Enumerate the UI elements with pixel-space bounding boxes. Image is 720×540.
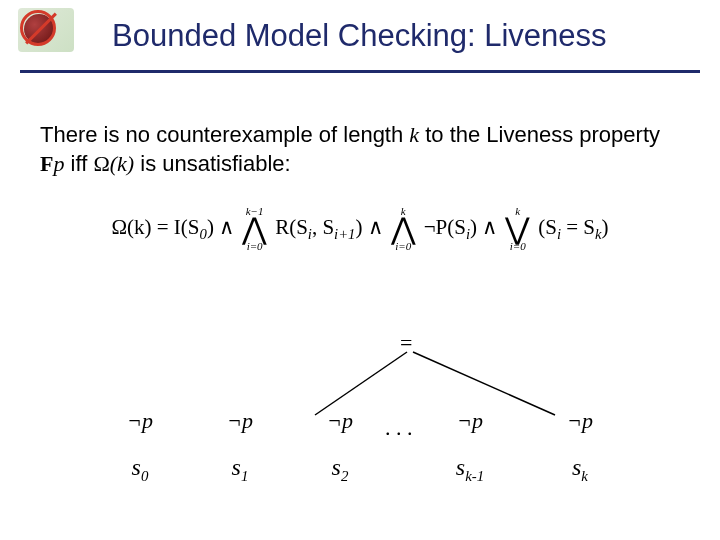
term-R: R(Si, Si+1) ∧	[275, 215, 383, 243]
label-notp-1: ¬p	[210, 408, 270, 434]
term-R-sub-b: i+1	[334, 226, 355, 242]
state-s1-name: s	[232, 454, 241, 480]
symbol-omega: Ω	[93, 151, 109, 176]
formula-lhs-close: ) ∧	[207, 215, 234, 239]
node-s0: ¬p s0	[110, 408, 170, 485]
formula: Ω(k) = I(S0) ∧ k−1 ⋀ i=0 R(Si, Si+1) ∧ k…	[40, 206, 680, 252]
label-notp-0: ¬p	[110, 408, 170, 434]
slide-body: There is no counterexample of length k t…	[0, 73, 720, 252]
term-loop-open: (S	[538, 215, 557, 239]
state-s1-sub: 1	[241, 468, 248, 484]
state-s2-sub: 2	[341, 468, 348, 484]
term-loop: (Si = Sk)	[538, 215, 608, 243]
term-loop-close: )	[602, 215, 609, 239]
state-sk-sub: k	[581, 468, 588, 484]
no-symbol-icon	[20, 10, 56, 46]
term-R-close: ) ∧	[355, 215, 382, 239]
term-notP-open: ¬P(S	[424, 215, 466, 239]
formula-lhs-text: Ω(k) = I(S	[111, 215, 199, 239]
state-skm1-name: s	[456, 454, 465, 480]
ellipsis: . . .	[385, 415, 413, 441]
term-R-mid: , S	[312, 215, 334, 239]
node-sk: ¬p sk	[550, 408, 610, 485]
state-skm1-sub: k-1	[465, 468, 484, 484]
bigand-1: k−1 ⋀ i=0	[242, 206, 267, 252]
omega-arg: (k)	[110, 151, 134, 176]
state-s1: s1	[210, 454, 270, 485]
svg-line-1	[413, 352, 555, 415]
statement-suffix: is unsatisfiable:	[134, 151, 291, 176]
bigor-bot: i=0	[510, 241, 526, 252]
svg-line-0	[315, 352, 407, 415]
term-R-open: R(S	[275, 215, 308, 239]
slide-header: Bounded Model Checking: Liveness	[0, 0, 720, 62]
state-s0-name: s	[132, 454, 141, 480]
formula-lhs-sub: 0	[200, 226, 207, 242]
state-s0-sub: 0	[141, 468, 148, 484]
bigand-icon-2: ⋀	[391, 217, 416, 241]
formula-lhs: Ω(k) = I(S0) ∧	[111, 215, 234, 243]
state-skm1: sk-1	[440, 454, 500, 485]
logo-no-bugs	[18, 8, 74, 52]
bigand-icon: ⋀	[242, 217, 267, 241]
bigor: k ⋁ i=0	[505, 206, 530, 252]
equals-sign: =	[400, 330, 412, 356]
label-notp-km1: ¬p	[440, 408, 500, 434]
path-diagram: = ¬p s0 ¬p s1 ¬p s2 . . . ¬p sk-1 ¬p sk	[0, 330, 720, 500]
symbol-omega-k: Ω(k)	[93, 151, 134, 176]
state-s2-name: s	[332, 454, 341, 480]
bigand-2-bot: i=0	[395, 241, 411, 252]
state-s2: s2	[310, 454, 370, 485]
node-skm1: ¬p sk-1	[440, 408, 500, 485]
term-loop-eq: = S	[561, 215, 595, 239]
statement-mid1: to the Liveness property	[419, 122, 660, 147]
node-s1: ¬p s1	[210, 408, 270, 485]
bigor-icon: ⋁	[505, 217, 530, 241]
term-notP: ¬P(Si) ∧	[424, 215, 498, 243]
state-sk: sk	[550, 454, 610, 485]
label-notp-2: ¬p	[310, 408, 370, 434]
bigand-1-bot: i=0	[247, 241, 263, 252]
node-s2: ¬p s2	[310, 408, 370, 485]
symbol-p: p	[53, 151, 64, 176]
bigand-2: k ⋀ i=0	[391, 206, 416, 252]
state-sk-name: s	[572, 454, 581, 480]
symbol-F: F	[40, 151, 53, 176]
statement-mid2: iff	[64, 151, 93, 176]
statement-prefix: There is no counterexample of length	[40, 122, 409, 147]
statement-text: There is no counterexample of length k t…	[40, 121, 680, 178]
var-k: k	[409, 122, 419, 147]
formula-math: Ω(k) = I(S0) ∧ k−1 ⋀ i=0 R(Si, Si+1) ∧ k…	[111, 206, 608, 252]
label-notp-k: ¬p	[550, 408, 610, 434]
slide-title: Bounded Model Checking: Liveness	[112, 12, 700, 54]
term-notP-close: ) ∧	[470, 215, 497, 239]
symbol-Fp: Fp	[40, 151, 64, 176]
state-s0: s0	[110, 454, 170, 485]
